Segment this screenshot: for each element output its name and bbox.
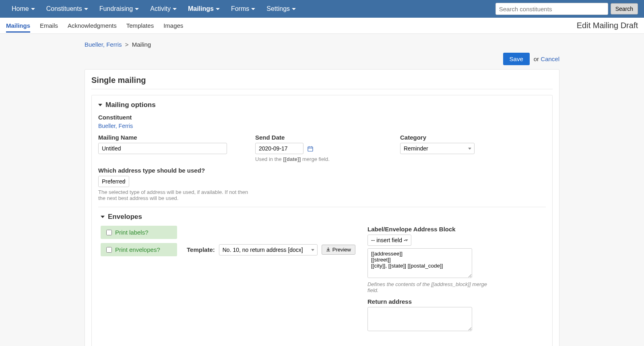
envelopes-left: Print labels? Print envelopes? Template:… <box>101 226 355 256</box>
chevron-down-icon <box>84 8 88 10</box>
save-button[interactable]: Save <box>503 53 530 65</box>
search-input[interactable] <box>495 3 608 15</box>
nav-settings[interactable]: Settings <box>261 0 301 18</box>
or-cancel: or Cancel <box>534 56 559 62</box>
breadcrumb: Bueller, Ferris > Mailing <box>85 41 559 48</box>
tab-mailings[interactable]: Mailings <box>6 19 30 33</box>
hint-pre: Used in the <box>255 156 283 162</box>
print-labels-box[interactable]: Print labels? <box>101 226 177 239</box>
chevron-down-icon <box>98 104 102 106</box>
tab-templates[interactable]: Templates <box>126 19 154 32</box>
send-date-input[interactable] <box>255 143 303 154</box>
breadcrumb-current: Mailing <box>132 41 151 48</box>
chevron-down-icon <box>135 8 139 10</box>
address-type-field: Which address type should be used? Prefe… <box>98 167 259 201</box>
address-block-textarea[interactable] <box>367 248 472 278</box>
svg-rect-0 <box>308 147 313 151</box>
action-row: Save or Cancel <box>85 53 559 65</box>
single-mailing-panel: Single mailing Mailing options Constitue… <box>85 69 559 346</box>
address-block-field: Label/Envelope Address Block -- insert f… <box>367 226 543 293</box>
tab-acknowledgments[interactable]: Acknowledgments <box>68 19 117 32</box>
nav-fundraising[interactable]: Fundraising <box>94 0 145 18</box>
tab-emails[interactable]: Emails <box>40 19 58 32</box>
nav-label: Constituents <box>46 5 82 12</box>
mailing-options-section: Mailing options Constituent Bueller, Fer… <box>91 95 553 346</box>
mailing-name-input[interactable] <box>98 143 227 154</box>
template-label: Template: <box>187 246 215 253</box>
chevron-down-icon <box>292 8 296 10</box>
envelopes-section: Envelopes Print labels? Print envelopes? <box>98 207 546 345</box>
mailing-name-field: Mailing Name <box>98 134 231 162</box>
chevron-down-icon <box>216 8 220 10</box>
template-row: Template: No. 10, no return address [doc… <box>187 244 355 255</box>
breadcrumb-link[interactable]: Bueller, Ferris <box>85 41 122 48</box>
chevron-down-icon <box>251 8 255 10</box>
download-icon <box>326 247 330 252</box>
nav-label: Mailings <box>188 5 214 12</box>
nav-label: Fundraising <box>99 5 133 12</box>
send-date-field: Send Date Used in the [[date]] merge fie… <box>255 134 376 162</box>
top-nav-items: Home Constituents Fundraising Activity M… <box>6 0 495 18</box>
hint-bold: [[date]] <box>283 156 301 162</box>
return-address-textarea[interactable] <box>367 307 472 331</box>
category-field: Category Reminder <box>400 134 489 162</box>
top-nav: Home Constituents Fundraising Activity M… <box>0 0 644 18</box>
nav-mailings[interactable]: Mailings <box>182 0 225 18</box>
address-block-label: Label/Envelope Address Block <box>367 226 543 233</box>
chevron-down-icon <box>31 8 35 10</box>
hint-post: merge field. <box>301 156 330 162</box>
sub-nav: Mailings Emails Acknowledgments Template… <box>0 18 644 34</box>
preview-button[interactable]: Preview <box>322 245 355 255</box>
mailing-options-row: Mailing Name Send Date Used in the [[dat… <box>98 134 546 167</box>
preview-label: Preview <box>332 247 351 253</box>
panel-title: Single mailing <box>91 76 553 89</box>
nav-activity[interactable]: Activity <box>144 0 182 18</box>
mailing-options-toggle[interactable]: Mailing options <box>98 101 546 109</box>
constituent-link[interactable]: Bueller, Ferris <box>98 123 133 129</box>
chevron-down-icon <box>101 216 105 218</box>
print-envelopes-label: Print envelopes? <box>115 246 160 253</box>
tab-images[interactable]: Images <box>163 19 183 32</box>
top-search: Search <box>495 3 638 15</box>
nav-home[interactable]: Home <box>6 0 41 18</box>
content: Bueller, Ferris > Mailing Save or Cancel… <box>80 41 564 346</box>
category-label: Category <box>400 134 489 141</box>
section-heading: Mailing options <box>105 101 156 109</box>
search-button[interactable]: Search <box>611 3 638 14</box>
print-labels-label: Print labels? <box>115 229 149 236</box>
envelopes-row: Print labels? Print envelopes? Template:… <box>101 226 543 337</box>
or-text: or <box>534 56 539 62</box>
cancel-link[interactable]: Cancel <box>541 56 559 62</box>
address-type-label: Which address type should be used? <box>98 167 259 174</box>
nav-label: Settings <box>266 5 290 12</box>
breadcrumb-separator: > <box>125 41 129 48</box>
sub-nav-tabs: Mailings Emails Acknowledgments Template… <box>6 19 577 33</box>
address-type-select[interactable]: Preferred <box>98 176 129 187</box>
insert-field-select[interactable]: -- insert field -- <box>367 235 411 246</box>
address-type-hint: The selected type of address will be use… <box>98 189 251 201</box>
constituent-label: Constituent <box>98 114 546 121</box>
nav-label: Home <box>12 5 29 12</box>
nav-label: Activity <box>150 5 171 12</box>
print-envelopes-checkbox[interactable] <box>106 247 112 253</box>
envelopes-right: Label/Envelope Address Block -- insert f… <box>367 226 543 337</box>
envelopes-lower: Print envelopes? Template: No. 10, no re… <box>101 243 355 256</box>
mailing-name-label: Mailing Name <box>98 134 231 141</box>
print-envelopes-box[interactable]: Print envelopes? <box>101 243 177 256</box>
constituent-field: Constituent Bueller, Ferris <box>98 114 546 129</box>
print-labels-checkbox[interactable] <box>106 230 112 235</box>
section-heading: Envelopes <box>108 213 142 221</box>
calendar-icon[interactable] <box>308 146 313 152</box>
nav-label: Forms <box>231 5 249 12</box>
send-date-label: Send Date <box>255 134 376 141</box>
address-block-hint: Defines the contents of the [[address_bl… <box>367 281 496 293</box>
template-select[interactable]: No. 10, no return address [docx] <box>219 244 318 255</box>
page-title: Edit Mailing Draft <box>577 21 638 30</box>
send-date-hint: Used in the [[date]] merge field. <box>255 156 376 162</box>
chevron-down-icon <box>173 8 177 10</box>
nav-forms[interactable]: Forms <box>225 0 261 18</box>
nav-constituents[interactable]: Constituents <box>41 0 94 18</box>
envelopes-toggle[interactable]: Envelopes <box>101 213 543 221</box>
return-address-field: Return address <box>367 298 543 332</box>
category-select[interactable]: Reminder <box>400 143 475 154</box>
